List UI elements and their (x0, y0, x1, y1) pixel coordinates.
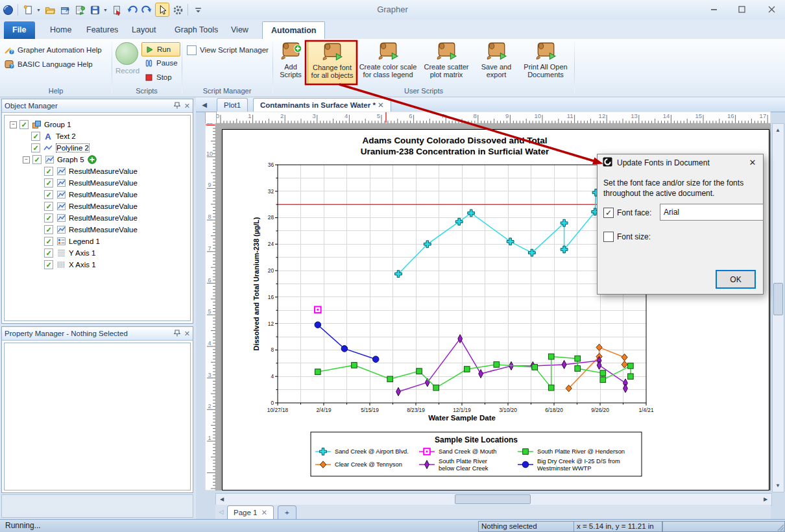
tab-view[interactable]: View (223, 21, 257, 39)
tree-expander[interactable]: − (23, 156, 30, 163)
export-icon[interactable] (110, 3, 123, 16)
tree-item-resultmeasurevalue[interactable]: ✓ ResultMeasureValue (7, 200, 190, 212)
vertical-scrollbar[interactable]: ▲ ▼ (772, 123, 784, 492)
tab-scroll-left-icon[interactable]: ◀ (200, 100, 209, 109)
svg-text:1: 1 (248, 112, 251, 119)
tree-item-resultmeasurevalue[interactable]: ✓ ResultMeasureValue (7, 177, 190, 189)
select-pointer-icon[interactable] (155, 3, 169, 17)
scroll-up-icon[interactable]: ▲ (774, 126, 782, 134)
visibility-checkbox[interactable]: ✓ (44, 190, 53, 199)
tree-item-polyline-2[interactable]: ✓ Polyline 2 (7, 142, 190, 154)
page-tab[interactable]: Page 1✕ (227, 505, 274, 519)
basic-language-help-button[interactable]: ?BASIC Language Help (4, 58, 93, 70)
visibility-checkbox[interactable]: ✓ (44, 248, 53, 258)
visibility-checkbox[interactable]: ✓ (19, 120, 29, 129)
scroll-down-icon[interactable]: ▼ (774, 481, 782, 489)
horizontal-scrollbar[interactable]: ◀ ▶ (215, 493, 772, 505)
close-button[interactable] (758, 0, 785, 19)
text-icon: A (43, 132, 53, 141)
resize-grip[interactable] (777, 524, 784, 531)
tree-item-group-1[interactable]: −✓ Group 1 (7, 119, 190, 130)
scroll-right-icon[interactable]: ▶ (762, 495, 769, 503)
tab-graph-tools[interactable]: Graph Tools (166, 21, 226, 39)
dropdown-caret-icon[interactable]: ▼ (103, 3, 108, 16)
stop-button[interactable]: Stop (141, 71, 179, 84)
tree-item-resultmeasurevalue[interactable]: ✓ ResultMeasureValue (7, 224, 190, 236)
new-window-icon[interactable] (58, 3, 71, 16)
options-gear-icon[interactable] (171, 3, 184, 16)
tab-features[interactable]: Features (78, 21, 127, 39)
tree-item-y-axis-1[interactable]: ✓ Y Axis 1 (7, 247, 190, 259)
create-scatter-plot-matrix-button[interactable]: Create scatterplot matrix (420, 40, 472, 83)
add-page-tab[interactable]: + (278, 505, 296, 519)
dialog-close-icon[interactable]: ✕ (747, 158, 758, 167)
dropdown-caret-icon[interactable]: ▼ (36, 3, 42, 16)
change-font-for-all-objects-button[interactable]: Change fontfor all objects (308, 40, 357, 84)
tab-layout[interactable]: Layout (123, 21, 165, 39)
document-tab[interactable]: Contaminants in Surface Water * ✕ (253, 98, 391, 112)
vertical-scroll-thumb[interactable] (773, 283, 783, 315)
maximize-button[interactable] (728, 0, 755, 19)
save-and-export-button[interactable]: Save andexport (474, 40, 519, 83)
document-tab[interactable]: Plot1 (217, 98, 248, 112)
close-page-icon[interactable]: ✕ (261, 508, 267, 517)
close-icon[interactable]: ✕ (184, 102, 190, 110)
tree-item-x-axis-1[interactable]: ✓ X Axis 1 (7, 259, 190, 271)
visibility-checkbox[interactable]: ✓ (44, 237, 53, 246)
print-all-open-documents-button[interactable]: Print All OpenDocuments (520, 40, 571, 83)
tree-item-resultmeasurevalue[interactable]: ✓ ResultMeasureValue (7, 165, 190, 177)
tree-item-text-2[interactable]: ✓ A Text 2 (7, 130, 190, 142)
tab-automation[interactable]: Automation (262, 21, 325, 40)
tab-file[interactable]: File (4, 21, 35, 39)
svg-text:South Platte River @ Henderson: South Platte River @ Henderson (537, 448, 625, 455)
visibility-checkbox[interactable]: ✓ (31, 132, 40, 141)
visibility-checkbox[interactable]: ✓ (44, 213, 53, 223)
tree-item-legend-1[interactable]: ✓ Legend 1 (7, 236, 190, 247)
open-file-icon[interactable] (43, 3, 56, 16)
page-tab-scroll-icon[interactable]: ◁ (218, 508, 224, 516)
dialog-title-bar[interactable]: Update Fonts in Document (598, 154, 763, 171)
pause-button[interactable]: Pause (141, 56, 179, 69)
visibility-checkbox[interactable]: ✓ (44, 178, 53, 187)
add-badge-icon[interactable] (88, 155, 97, 164)
record-button[interactable]: Record (115, 42, 139, 75)
visibility-checkbox[interactable]: ✓ (44, 225, 53, 234)
redo-icon[interactable] (140, 3, 153, 16)
scroll-left-icon[interactable]: ◀ (218, 495, 226, 503)
visibility-checkbox[interactable]: ✓ (32, 155, 42, 164)
run-button[interactable]: Run (141, 42, 180, 56)
ok-button[interactable]: OK (716, 270, 756, 289)
toolbar-more-icon[interactable] (191, 3, 204, 16)
horizontal-scroll-thumb[interactable] (455, 494, 531, 504)
pin-icon[interactable] (174, 330, 180, 338)
visibility-checkbox[interactable]: ✓ (44, 260, 53, 269)
svg-text:10/27/18: 10/27/18 (267, 407, 289, 413)
pin-icon[interactable] (174, 102, 180, 110)
add-scripts-button[interactable]: AddScripts (275, 40, 306, 83)
app-logo-icon[interactable] (1, 3, 14, 16)
font-face-input[interactable] (660, 204, 764, 221)
font-size-checkbox[interactable] (603, 232, 614, 242)
new-document-icon[interactable] (21, 3, 34, 16)
tree-item-resultmeasurevalue[interactable]: ✓ ResultMeasureValue (7, 212, 190, 224)
tab-home[interactable]: Home (42, 21, 80, 39)
font-face-checkbox[interactable]: ✓ (603, 208, 614, 218)
tree-item-graph-5[interactable]: −✓ Graph 5 (7, 154, 190, 165)
close-tab-icon[interactable]: ✕ (378, 101, 384, 109)
minimize-button[interactable] (700, 0, 727, 19)
tree-item-resultmeasurevalue[interactable]: ✓ ResultMeasureValue (7, 189, 190, 200)
close-icon[interactable]: ✕ (184, 330, 190, 338)
visibility-checkbox[interactable]: ✓ (31, 143, 40, 152)
font-size-label: Font size: (617, 232, 651, 241)
save-icon[interactable] (88, 3, 101, 16)
undo-icon[interactable] (125, 3, 138, 16)
view-script-manager-checkbox[interactable]: View Script Manager (187, 44, 269, 56)
import-data-icon[interactable] (73, 3, 86, 16)
visibility-checkbox[interactable]: ✓ (44, 167, 53, 176)
tree-expander[interactable]: − (10, 121, 17, 128)
plot-icon (56, 202, 66, 211)
dialog-title: Update Fonts in Document (617, 158, 710, 167)
create-color-scale-for-class-legend-button[interactable]: Create color scalefor class legend (357, 40, 419, 83)
visibility-checkbox[interactable]: ✓ (44, 202, 53, 211)
grapher-automation-help-button[interactable]: ?Grapher Automation Help (4, 44, 102, 56)
